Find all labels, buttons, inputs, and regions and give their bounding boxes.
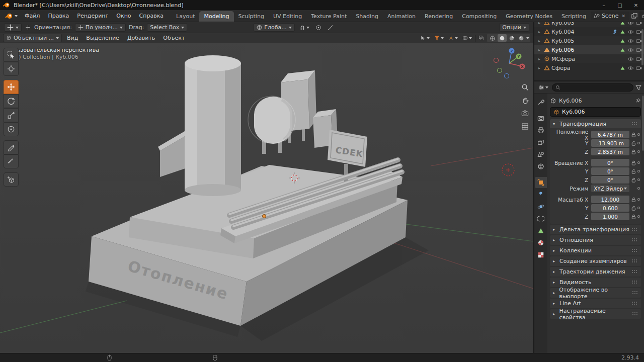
animate-decorator[interactable] (637, 178, 640, 181)
shading-wireframe-button[interactable] (488, 34, 497, 42)
tab-layout[interactable]: Layout (172, 11, 199, 22)
properties-scrollbar[interactable] (642, 96, 644, 151)
panel-grip-icon[interactable] (632, 302, 638, 305)
tab-physics[interactable] (535, 201, 547, 212)
outliner-item-cube006[interactable]: ▸ Куб.006 (534, 45, 644, 54)
view-layer-selector[interactable]: View Layer ✕ (639, 12, 644, 20)
tab-output[interactable] (535, 125, 547, 136)
menu-help[interactable]: Справка (135, 10, 168, 22)
expand-arrow-icon[interactable]: ▸ (538, 39, 542, 43)
camera-visibility-icon[interactable] (636, 65, 642, 70)
rotation-x-field[interactable]: 0° (591, 159, 629, 166)
animate-decorator[interactable] (637, 215, 640, 218)
selectability-dropdown[interactable] (419, 34, 431, 42)
close-button[interactable]: ✕ (628, 0, 644, 10)
eye-icon[interactable] (627, 39, 634, 43)
menu-add[interactable]: Добавить (124, 35, 158, 41)
select-box-tool[interactable] (4, 48, 19, 62)
outliner-item-cube005[interactable]: ▸ Куб.005 (534, 36, 644, 45)
panel-grip-icon[interactable] (632, 122, 638, 126)
section-delta-transform[interactable]: ▸ Дельта-трансформация (550, 225, 641, 234)
outliner-item-cube003[interactable]: ▸ Куб.003 (534, 22, 644, 27)
tab-render[interactable] (535, 113, 547, 124)
rotation-z-field[interactable]: 0° (591, 176, 629, 184)
active-tool-dropdown[interactable] (4, 23, 22, 32)
tab-constraints[interactable] (535, 213, 547, 224)
menu-view[interactable]: Вид (64, 35, 81, 41)
location-y-field[interactable]: -13.903 m (591, 139, 629, 147)
shading-rendered-button[interactable] (517, 34, 526, 42)
scale-y-field[interactable]: 0.600 (591, 204, 629, 212)
tab-uv-editing[interactable]: UV Editing (269, 11, 306, 22)
animate-decorator[interactable] (637, 161, 640, 164)
lock-icon[interactable] (631, 160, 636, 166)
panel-grip-icon[interactable] (632, 259, 638, 263)
outliner-item-cube004[interactable]: ▸ Куб.004 (534, 27, 644, 36)
search-input[interactable] (552, 83, 633, 92)
options-dropdown[interactable]: Опции (499, 23, 529, 32)
transform-panel-header[interactable]: ▾ Трансформация (550, 119, 641, 128)
lock-icon[interactable] (631, 197, 636, 203)
pivot-point-dropdown[interactable]: Глоба... (254, 23, 294, 32)
tab-scene[interactable] (535, 149, 547, 160)
gizmo-neg-y-axis[interactable] (498, 68, 502, 73)
gizmo-neg-z-axis[interactable] (505, 74, 509, 78)
minimize-button[interactable]: – (596, 0, 612, 10)
tab-tool[interactable] (535, 97, 547, 108)
scale-x-field[interactable]: 12.000 (591, 196, 629, 203)
menu-window[interactable]: Окно (112, 10, 135, 22)
object-type-visibility-dropdown[interactable] (433, 34, 445, 42)
panel-grip-icon[interactable] (632, 249, 638, 252)
interaction-mode-dropdown[interactable]: Объектный ... (3, 34, 62, 42)
xray-toggle[interactable] (477, 34, 486, 42)
pin-icon[interactable] (635, 98, 641, 104)
tab-texture-paint[interactable]: Texture Paint (306, 11, 351, 22)
eye-icon[interactable] (627, 57, 634, 61)
orientation-dropdown[interactable]: По умолч... (75, 23, 126, 32)
animate-decorator[interactable] (637, 187, 640, 190)
panel-grip-icon[interactable] (632, 281, 638, 284)
eye-icon[interactable] (627, 30, 634, 34)
expand-arrow-icon[interactable]: ▸ (538, 57, 542, 61)
tab-texture[interactable] (535, 249, 547, 260)
lock-icon[interactable] (631, 214, 636, 220)
lock-icon[interactable] (631, 168, 636, 174)
tab-world[interactable] (535, 161, 547, 172)
animate-decorator[interactable] (637, 207, 640, 209)
section-relations[interactable]: ▸ Отношения (550, 235, 641, 245)
expand-arrow-icon[interactable]: ▸ (538, 30, 542, 34)
lock-icon[interactable] (631, 205, 636, 211)
outliner-item-metasphere[interactable]: ▸ МСфера (534, 54, 644, 63)
tab-modeling[interactable]: Modeling (199, 11, 233, 22)
animate-decorator[interactable] (637, 170, 640, 172)
shading-solid-button[interactable] (498, 34, 507, 42)
menu-edit[interactable]: Правка (44, 10, 73, 22)
section-line-art[interactable]: ▸ Line Art (550, 299, 641, 308)
scale-z-field[interactable]: 1.000 (591, 213, 629, 220)
shading-material-button[interactable] (507, 34, 516, 42)
section-custom-properties[interactable]: ▸ Настраиваемые свойства (550, 309, 641, 319)
camera-view-control[interactable] (520, 109, 529, 118)
lock-icon[interactable] (631, 132, 636, 138)
tab-modifiers[interactable] (535, 189, 547, 200)
tab-object[interactable] (535, 177, 547, 188)
scale-tool[interactable] (4, 108, 19, 122)
overlays-dropdown[interactable] (461, 34, 473, 42)
add-cube-tool[interactable] (4, 172, 19, 187)
pan-hand-control[interactable] (520, 96, 529, 105)
lock-icon[interactable] (631, 140, 636, 146)
location-x-field[interactable]: 6.4787 m (591, 131, 629, 138)
rotate-tool[interactable] (4, 94, 19, 108)
orthographic-grid-control[interactable] (520, 122, 529, 131)
tab-animation[interactable]: Animation (383, 11, 420, 22)
tab-object-data[interactable] (535, 225, 547, 236)
maximize-button[interactable]: □ (612, 0, 628, 10)
scene-unlink-icon[interactable]: ✕ (620, 14, 626, 19)
tab-sculpting[interactable]: Sculpting (234, 11, 269, 22)
animate-decorator[interactable] (637, 142, 640, 144)
tab-scripting[interactable]: Scripting (557, 11, 591, 22)
tab-rendering[interactable]: Rendering (420, 11, 457, 22)
gizmos-dropdown[interactable] (447, 34, 459, 42)
zoom-control[interactable] (520, 82, 529, 92)
scene-selector[interactable]: Scene ✕ (591, 12, 629, 20)
